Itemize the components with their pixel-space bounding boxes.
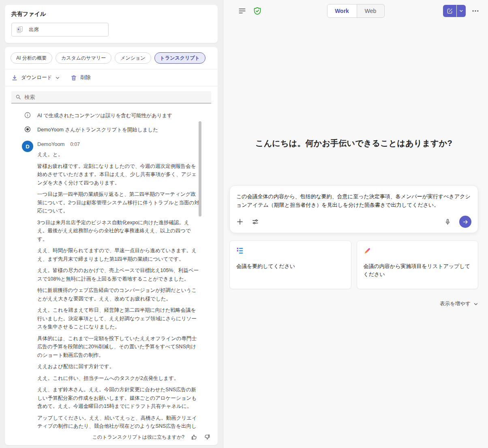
chevron-down-icon (459, 9, 464, 13)
document-icon (16, 26, 24, 34)
transcript-paragraph: ええ。これに伴い、担当チームへのタスクが2点発生します。 (37, 374, 199, 383)
timestamp[interactable]: 0:07 (70, 141, 79, 147)
transcript-paragraph: ええおよび配信に回す方針です。 (37, 362, 199, 371)
new-chat-dropdown-button[interactable] (456, 5, 466, 17)
download-label: ダウンロード (21, 74, 52, 81)
suggestion-label: 会議を要約してください (236, 262, 345, 270)
suggestion-label: 会議の内容から実施項目をリストアップしてください (364, 262, 472, 279)
thumbs-up-icon (191, 434, 197, 440)
message-body: DemoYoom 0:07 ええ。と。 皆様お疲れ様です。定刻になりましたので、… (37, 141, 199, 431)
transcript-paragraph: 一つ目は第一四半期の業績振り返ると、第二四半期のマーティング政策について。2つ目… (37, 190, 199, 215)
thumbs-down-button[interactable] (204, 434, 210, 440)
add-content-button[interactable] (236, 218, 244, 225)
copilot-top-bar: Work Web (223, 0, 488, 22)
composer-options-button[interactable] (252, 218, 259, 225)
transcript-search[interactable] (11, 91, 211, 103)
pencil-icon (364, 247, 371, 255)
speaker-name: DemoYoom (37, 141, 64, 147)
send-button[interactable] (459, 216, 471, 228)
hamburger-icon (238, 7, 246, 15)
ai-disclaimer-row: AI で生成されたコンテンツは誤りを含む可能性があります (5, 108, 218, 120)
suggestions: 会議を要約してください 会議の内容から実施項目をリストアップ (229, 240, 478, 289)
info-icon (24, 112, 31, 118)
download-button[interactable]: ダウンロード (11, 74, 60, 81)
composer-input[interactable]: この会議全体の内容から、包括的な要約、合意に至った決定事項、各メンバーが実行すべ… (236, 192, 471, 209)
list-icon (236, 247, 244, 255)
transcript-paragraph: 3つ目は来月出店予定のビジネス自動化expoに向けた進捗確認。ええ。最後がええ総… (37, 219, 199, 244)
transcript-started-text: DemoYoom さんがトランスクリプトを開始しました (37, 126, 158, 133)
work-web-toggle: Work Web (327, 4, 385, 18)
composer-controls (236, 216, 471, 228)
divider (5, 86, 218, 86)
tab-transcript[interactable]: トランスクリプト (154, 52, 205, 64)
tab-ai-overview[interactable]: AI 分析の概要 (11, 52, 52, 64)
thumbs-up-button[interactable] (191, 434, 197, 440)
shield-check-icon (253, 7, 261, 15)
scrollbar-thumb[interactable] (199, 121, 201, 216)
transcript-paragraph: アップしてください。ええ、続いてえっと、高橋さん。動画クリエイティブの制作にあた… (37, 414, 199, 431)
composer: この会議全体の内容から、包括的な要約、合意に至った決定事項、各メンバーが実行すべ… (229, 185, 478, 233)
show-more-button[interactable]: 表示を増やす (440, 300, 478, 307)
suggestion-list-action-items[interactable]: 会議の内容から実施項目をリストアップしてください (357, 240, 479, 289)
tune-sliders-icon (252, 218, 259, 225)
shared-file-item[interactable]: 出席 (11, 23, 109, 36)
ai-disclaimer-text: AI で生成されたコンテンツは誤りを含む可能性があります (37, 112, 172, 119)
more-options-button[interactable] (472, 7, 479, 15)
search-icon (15, 94, 21, 100)
show-more-label: 表示を増やす (440, 300, 471, 307)
meeting-side-panel: 共有ファイル 出席 AI 分析の概要 カスタムのサマリー メンション (0, 0, 223, 448)
transcript-toolbar: ダウンロード 削除 (5, 69, 218, 86)
more-dots-icon (472, 7, 479, 15)
suggestion-summarize-meeting[interactable]: 会議を要約してください (229, 240, 351, 289)
shared-file-name: 出席 (29, 26, 39, 33)
copilot-panel: Work Web (223, 0, 488, 448)
new-chat-button[interactable] (443, 5, 456, 17)
greeting-text: こんにちは。何かお手伝いできることはありますか? (229, 138, 478, 149)
message-header: DemoYoom 0:07 (37, 141, 199, 147)
delete-label: 削除 (80, 74, 90, 81)
mic-button[interactable] (444, 219, 451, 225)
transcript-paragraph: 皆様お疲れ様です。定刻になりましたので、今週の週次定例報告会を始めさせていただき… (37, 162, 199, 187)
new-chat-split-button (443, 5, 466, 17)
transcript-paragraph: ええ。これを踏まえて昨日、経営陣と第二四半期に向けた戦略会議を行いました。決定事… (37, 306, 199, 331)
conversations-menu-button[interactable] (238, 7, 246, 15)
thumbs-down-icon (204, 434, 210, 440)
download-icon (11, 75, 18, 81)
summary-tabs: AI 分析の概要 カスタムのサマリー メンション トランスクリプト (5, 47, 218, 69)
mic-icon (444, 219, 451, 225)
toggle-work[interactable]: Work (327, 4, 357, 17)
transcript-paragraph: 特に新規獲得のウェブ広告経由でのコンバージョンが好調だということがええ大きな要因… (37, 286, 199, 303)
avatar: D (22, 141, 33, 152)
protected-badge[interactable] (253, 7, 261, 15)
transcript-paragraph: ええ、時間が限られてますので、早速一点目から進めていきます。ええ、まず先月末で締… (37, 247, 199, 263)
copilot-main: こんにちは。何かお手伝いできることはありますか? この会議全体の内容から、包括的… (223, 22, 488, 448)
app: 共有ファイル 出席 AI 分析の概要 カスタムのサマリー メンション (0, 0, 488, 448)
delete-button[interactable]: 削除 (71, 74, 90, 81)
search-input[interactable] (24, 94, 207, 100)
send-arrow-icon (462, 219, 469, 225)
transcript-started-row: DemoYoom さんがトランスクリプトを開始しました (5, 122, 218, 134)
shared-files-title: 共有ファイル (11, 11, 211, 18)
transcript-message: D DemoYoom 0:07 ええ。と。 皆様お疲れ様です。定刻になりましたの… (22, 141, 199, 431)
shared-files-card: 共有ファイル 出席 (5, 5, 218, 43)
toggle-web[interactable]: Web (357, 4, 384, 17)
transcript-paragraph: ええ。皆様の尽力のおかげで、売上ベースで目標比え105%、利益ベースで108%と… (37, 266, 199, 283)
feedback-question: このトランスクリプトは役に立ちますか? (92, 434, 184, 441)
top-bar-actions (443, 5, 479, 17)
tab-custom-summary[interactable]: カスタムのサマリー (56, 52, 111, 64)
transcript-paragraph: ええ。と。 (37, 150, 199, 159)
plus-icon (236, 218, 244, 225)
chevron-down-icon (55, 75, 60, 80)
trash-icon (71, 75, 77, 81)
compose-icon (447, 8, 453, 14)
transcript-paragraph: 具体的には、これまで一定額を投下していたええオフラインの専門士広告の予算を段階的… (37, 334, 199, 360)
chevron-down-icon (473, 302, 478, 307)
transcript-feedback: このトランスクリプトは役に立ちますか? (5, 431, 218, 445)
record-icon (24, 126, 31, 133)
transcript-paragraph: ええ、まず鈴木さん。ええ。今回の方針変更に合わせたSNS広告の新しい予算配分案の… (37, 386, 199, 411)
transcript-scroll-area[interactable]: AI で生成されたコンテンツは誤りを含む可能性があります DemoYoom さん… (5, 104, 218, 431)
tab-mentions[interactable]: メンション (115, 52, 151, 64)
transcript-card: AI 分析の概要 カスタムのサマリー メンション トランスクリプト ダウンロード (5, 47, 218, 445)
